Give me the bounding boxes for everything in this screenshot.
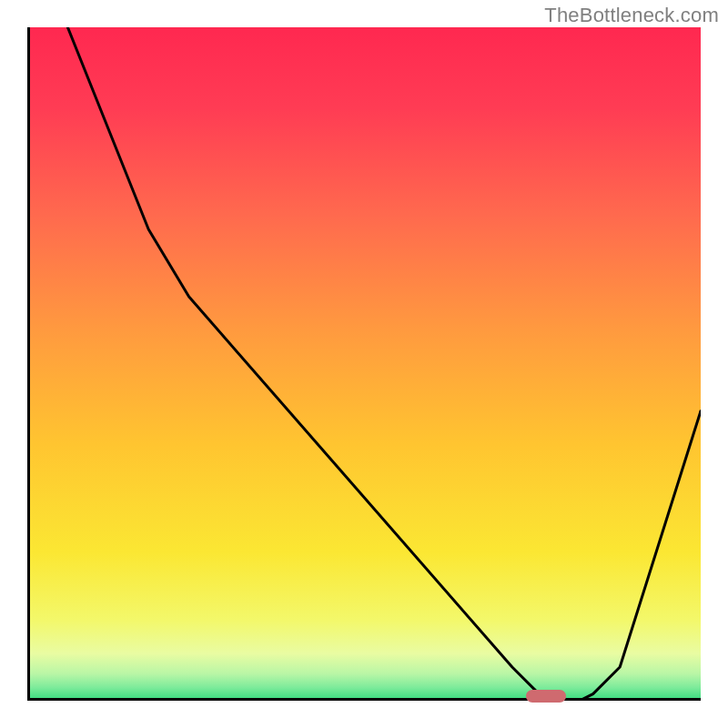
chart-container: TheBottleneck.com (0, 0, 728, 728)
watermark-text: TheBottleneck.com (544, 4, 719, 27)
minimum-marker (526, 690, 566, 703)
axes-frame (27, 27, 701, 701)
